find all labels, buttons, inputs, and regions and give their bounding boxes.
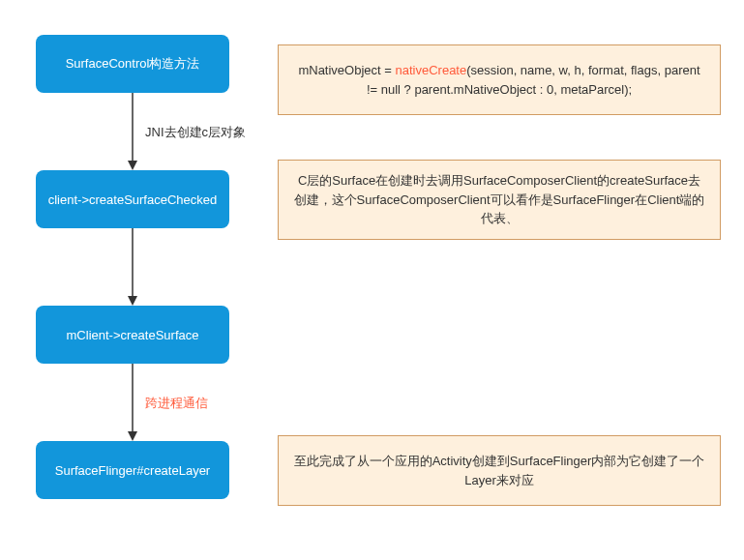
node-label: mClient->createSurface: [67, 328, 199, 342]
svg-marker-5: [128, 431, 137, 441]
edge-text: 跨进程通信: [145, 396, 208, 410]
svg-marker-1: [128, 161, 137, 170]
note-call: nativeCreate: [396, 63, 467, 77]
note-prefix: mNativeObject =: [298, 63, 395, 77]
node-create-surface-checked: client->createSurfaceChecked: [36, 170, 229, 228]
note-text: 至此完成了从一个应用的Activity创建到SurfaceFlinger内部为它…: [292, 452, 706, 489]
note-composer-client: C层的Surface在创建时去调用SurfaceComposerClient的c…: [278, 160, 721, 240]
node-label: SurfaceControl构造方法: [66, 55, 200, 73]
edge-label-jni: JNI去创建c层对象: [145, 124, 246, 141]
edge-text: JNI去创建c层对象: [145, 125, 246, 139]
node-surface-control: SurfaceControl构造方法: [36, 35, 229, 93]
note-text: mNativeObject = nativeCreate(session, na…: [292, 61, 706, 99]
node-create-layer: SurfaceFlinger#createLayer: [36, 441, 229, 499]
note-native-create: mNativeObject = nativeCreate(session, na…: [278, 44, 721, 115]
node-label: client->createSurfaceChecked: [48, 192, 218, 207]
node-create-surface: mClient->createSurface: [36, 306, 229, 364]
node-label: SurfaceFlinger#createLayer: [55, 463, 210, 478]
svg-marker-3: [128, 296, 137, 306]
edge-label-ipc: 跨进程通信: [145, 395, 208, 412]
arrow-1-2: [126, 93, 139, 172]
arrow-2-3: [126, 228, 139, 308]
note-layer-created: 至此完成了从一个应用的Activity创建到SurfaceFlinger内部为它…: [278, 435, 721, 506]
arrow-3-4: [126, 364, 139, 443]
note-text: C层的Surface在创建时去调用SurfaceComposerClient的c…: [292, 171, 706, 228]
